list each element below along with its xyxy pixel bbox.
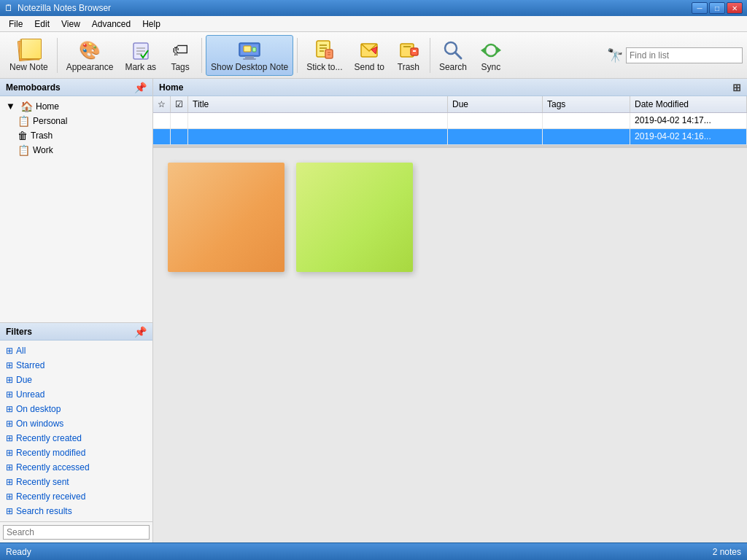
filter-all[interactable]: ⊞ All xyxy=(0,343,152,358)
toolbar-sep-1 xyxy=(57,38,58,73)
send-to-button[interactable]: Send to xyxy=(349,35,390,76)
filter-recently-received[interactable]: ⊞ Recently received xyxy=(0,489,152,504)
new-note-label: New Note xyxy=(9,62,48,72)
appearance-button[interactable]: 🎨 Appearance xyxy=(61,35,119,76)
show-desktop-note-button[interactable]: Show Desktop Note xyxy=(206,35,293,76)
col-star[interactable]: ☆ xyxy=(153,96,171,112)
tags-icon: 🏷 xyxy=(169,39,192,62)
content-tab-header: Home ⊞ xyxy=(153,79,747,96)
filter-recently-accessed[interactable]: ⊞ Recently accessed xyxy=(0,460,152,475)
filter-unread[interactable]: ⊞ Unread xyxy=(0,387,152,402)
svg-line-24 xyxy=(455,52,461,58)
sticky-note-1[interactable] xyxy=(168,163,285,272)
filter-on-desktop[interactable]: ⊞ On desktop xyxy=(0,402,152,416)
filter-all-icon: ⊞ xyxy=(6,346,13,356)
sticky-note-2[interactable] xyxy=(296,163,413,272)
col-check[interactable]: ☑ xyxy=(171,96,188,112)
filters-list: ⊞ All ⊞ Starred ⊞ Due ⊞ Unread ⊞ On de xyxy=(0,341,152,521)
tree-item-personal[interactable]: 📋 Personal xyxy=(0,114,152,128)
appearance-icon: 🎨 xyxy=(78,39,101,62)
sidebar-search[interactable] xyxy=(0,521,152,542)
menu-bar: File Edit View Advanced Help xyxy=(0,16,747,32)
table-row[interactable]: 2019-04-02 14:17... xyxy=(153,112,747,128)
search-icon xyxy=(441,39,465,62)
filters-section: Filters 📌 ⊞ All ⊞ Starred ⊞ Due ⊞ xyxy=(0,322,152,521)
filter-recently-modified-icon: ⊞ xyxy=(6,448,13,458)
row2-star[interactable] xyxy=(153,128,171,144)
close-button[interactable]: ✕ xyxy=(727,2,743,14)
status-bar: Ready 2 notes xyxy=(0,542,747,560)
filter-starred[interactable]: ⊞ Starred xyxy=(0,358,152,373)
menu-edit[interactable]: Edit xyxy=(28,18,55,31)
filter-recently-sent[interactable]: ⊞ Recently sent xyxy=(0,475,152,489)
new-note-button[interactable]: New Note xyxy=(4,35,53,76)
notes-preview xyxy=(153,147,747,543)
row2-due[interactable] xyxy=(448,128,543,144)
stick-to-button[interactable]: Stick to... xyxy=(301,35,347,76)
col-title[interactable]: Title xyxy=(188,96,448,112)
send-to-icon xyxy=(357,39,381,62)
row1-date[interactable]: 2019-04-02 14:17... xyxy=(630,112,747,128)
filter-recently-modified[interactable]: ⊞ Recently modified xyxy=(0,446,152,460)
filter-unread-icon: ⊞ xyxy=(6,389,13,400)
menu-help[interactable]: Help xyxy=(136,18,166,31)
notes-table-area: ☆ ☑ Title Due Tags Date Modified xyxy=(153,96,747,147)
tree-trash-label: Trash xyxy=(31,131,53,141)
trash-button[interactable]: Trash xyxy=(391,35,426,76)
menu-file[interactable]: File xyxy=(3,18,28,31)
filter-on-windows[interactable]: ⊞ On windows xyxy=(0,416,152,431)
svg-rect-6 xyxy=(245,56,254,58)
row2-check[interactable] xyxy=(171,128,188,144)
tags-button[interactable]: 🏷 Tags xyxy=(163,35,198,76)
memoboards-pin-icon[interactable]: 📌 xyxy=(134,82,147,93)
filter-recently-received-label: Recently received xyxy=(16,491,85,502)
row2-date[interactable]: 2019-04-02 14:16... xyxy=(630,128,747,144)
menu-view[interactable]: View xyxy=(55,18,86,31)
find-in-list-input[interactable] xyxy=(630,50,732,61)
toolbar-sep-3 xyxy=(297,38,298,73)
filter-recently-created[interactable]: ⊞ Recently created xyxy=(0,431,152,446)
row1-title[interactable] xyxy=(188,112,448,128)
sync-button[interactable]: Sync xyxy=(473,35,508,76)
search-button[interactable]: Search xyxy=(434,35,472,76)
sidebar: Memoboards 📌 ▼ 🏠 Home 📋 Personal 🗑 Trash xyxy=(0,79,153,542)
sidebar-search-input[interactable] xyxy=(3,525,150,540)
filter-search-results-icon: ⊞ xyxy=(6,506,13,516)
view-toggle-icon[interactable]: ⊞ xyxy=(732,82,741,93)
col-tags[interactable]: Tags xyxy=(543,96,630,112)
svg-marker-26 xyxy=(481,47,485,54)
table-row[interactable]: 2019-04-02 14:16... xyxy=(153,128,747,144)
row1-tags[interactable] xyxy=(543,112,630,128)
toolbar-search-area: 🔭 xyxy=(607,47,743,63)
filter-due[interactable]: ⊞ Due xyxy=(0,373,152,387)
row2-tags[interactable] xyxy=(543,128,630,144)
col-due[interactable]: Due xyxy=(448,96,543,112)
main-layout: Memoboards 📌 ▼ 🏠 Home 📋 Personal 🗑 Trash xyxy=(0,79,747,542)
filter-recently-created-label: Recently created xyxy=(16,433,82,443)
filters-label: Filters xyxy=(6,327,32,337)
filters-pin-icon[interactable]: 📌 xyxy=(134,326,147,338)
toolbar-sep-2 xyxy=(201,38,202,73)
window-controls: ─ □ ✕ xyxy=(692,2,743,14)
row2-title[interactable] xyxy=(188,128,448,144)
tree-item-home[interactable]: ▼ 🏠 Home xyxy=(0,99,152,114)
mark-as-button[interactable]: Mark as xyxy=(120,35,161,76)
find-in-list-icon: 🔭 xyxy=(607,47,623,63)
maximize-button[interactable]: □ xyxy=(709,2,725,14)
trash-icon xyxy=(397,39,420,62)
menu-advanced[interactable]: Advanced xyxy=(86,18,136,31)
minimize-button[interactable]: ─ xyxy=(692,2,708,14)
row1-due[interactable] xyxy=(448,112,543,128)
tree-item-trash[interactable]: 🗑 Trash xyxy=(0,128,152,143)
svg-rect-14 xyxy=(325,50,333,58)
col-date-modified[interactable]: Date Modified xyxy=(630,96,747,112)
tree-item-work[interactable]: 📋 Work xyxy=(0,143,152,158)
tags-label: Tags xyxy=(171,62,189,72)
filter-starred-label: Starred xyxy=(16,360,44,370)
table-header-row: ☆ ☑ Title Due Tags Date Modified xyxy=(153,96,747,112)
row1-check[interactable] xyxy=(171,112,188,128)
tree-work-label: Work xyxy=(33,145,53,155)
row1-star[interactable] xyxy=(153,112,171,128)
find-in-list-box[interactable] xyxy=(626,47,743,63)
filter-search-results[interactable]: ⊞ Search results xyxy=(0,504,152,518)
